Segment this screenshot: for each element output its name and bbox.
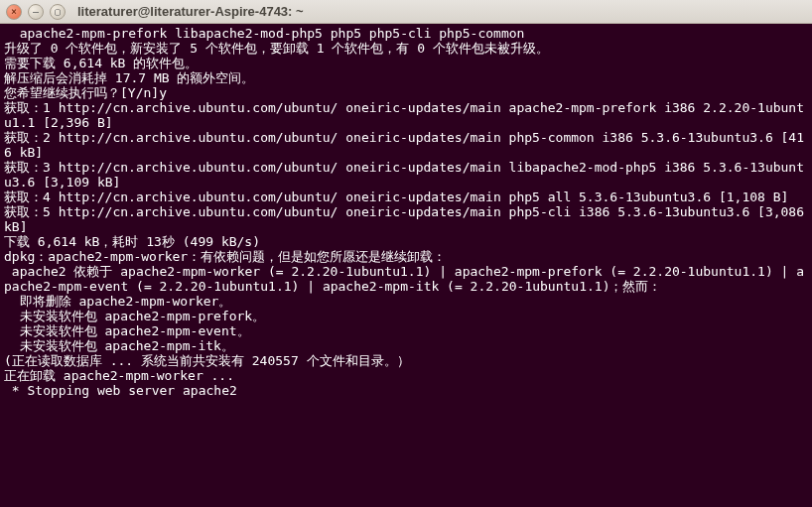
terminal-line: dpkg：apache2-mpm-worker：有依赖问题，但是如您所愿还是继续… [4,249,808,264]
close-button[interactable]: × [6,4,22,20]
terminal-line: 获取：3 http://cn.archive.ubuntu.com/ubuntu… [4,160,808,190]
terminal-line: 获取：1 http://cn.archive.ubuntu.com/ubuntu… [4,100,808,130]
terminal-line: 升级了 0 个软件包，新安装了 5 个软件包，要卸载 1 个软件包，有 0 个软… [4,41,808,56]
terminal-line: 解压缩后会消耗掉 17.7 MB 的额外空间。 [4,70,808,85]
terminal-line: 正在卸载 apache2-mpm-worker ... [4,368,808,383]
terminal-line: 获取：5 http://cn.archive.ubuntu.com/ubuntu… [4,204,808,234]
terminal-line: 下载 6,614 kB，耗时 13秒 (499 kB/s) [4,234,808,249]
terminal-line: * Stopping web server apache2 [4,383,808,398]
terminal-line: 即将删除 apache2-mpm-worker。 [4,294,808,309]
terminal-line: 需要下载 6,614 kB 的软件包。 [4,56,808,70]
terminal-line: 未安装软件包 apache2-mpm-event。 [4,323,808,338]
terminal-line: apache2 依赖于 apache2-mpm-worker (= 2.2.20… [4,264,808,294]
maximize-button[interactable]: ▢ [50,4,66,20]
window-title: literaturer@literaturer-Aspire-4743: ~ [77,4,304,19]
terminal-line: apache2-mpm-prefork libapache2-mod-php5 … [4,26,808,41]
terminal-line: 获取：2 http://cn.archive.ubuntu.com/ubuntu… [4,130,808,160]
terminal-line: 未安装软件包 apache2-mpm-prefork。 [4,309,808,323]
minimize-button[interactable]: – [28,4,44,20]
terminal-line: 您希望继续执行吗？[Y/n]y [4,85,808,100]
terminal-line: 未安装软件包 apache2-mpm-itk。 [4,338,808,353]
window-titlebar: × – ▢ literaturer@literaturer-Aspire-474… [0,0,812,24]
terminal-line: 获取：4 http://cn.archive.ubuntu.com/ubuntu… [4,190,808,204]
terminal-output[interactable]: apache2-mpm-prefork libapache2-mod-php5 … [0,24,812,507]
terminal-line: (正在读取数据库 ... 系统当前共安装有 240557 个文件和目录。） [4,353,808,368]
